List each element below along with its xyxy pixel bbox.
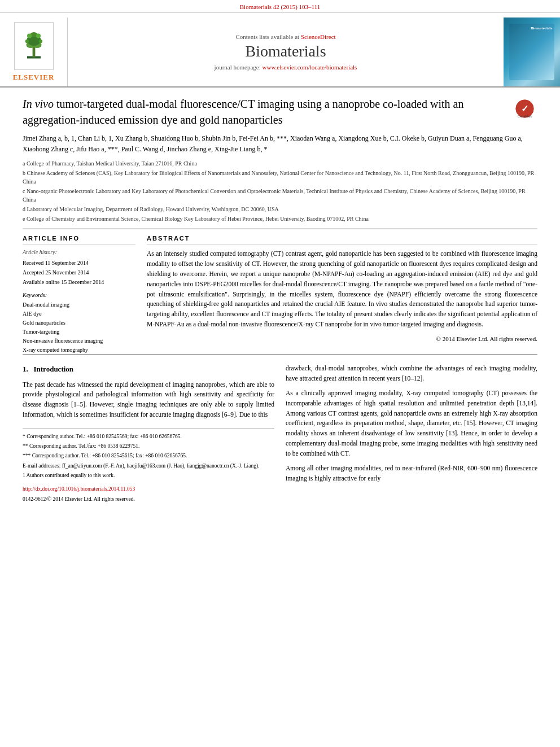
article-info-column: ARTICLE INFO Article history: Received 1… xyxy=(23,235,135,355)
keyword-1: Dual-modal imaging xyxy=(23,300,135,309)
affiliation-c: c Nano-organic Photoelectronic Laborator… xyxy=(23,187,537,204)
doi-anchor[interactable]: http://dx.doi.org/10.1016/j.biomaterials… xyxy=(23,486,135,492)
svg-point-10 xyxy=(38,40,42,43)
elsevier-brand: ELSEVIER xyxy=(13,73,55,82)
affiliation-e: e College of Chemistry and Environmental… xyxy=(23,215,537,223)
copyright-text: © 2014 Elsevier Ltd. All rights reserved… xyxy=(147,335,537,342)
authors-section: Jimei Zhang a, b, 1, Chan Li b, 1, Xu Zh… xyxy=(23,133,537,155)
journal-header-center: Contents lists available at ScienceDirec… xyxy=(68,18,504,86)
keywords-section: Keywords: Dual-modal imaging AIE dye Gol… xyxy=(23,292,135,355)
sciencedirect-link: Contents lists available at ScienceDirec… xyxy=(235,33,335,40)
sciencedirect-anchor[interactable]: ScienceDirect xyxy=(301,33,336,40)
footnotes: * Corresponding author. Tel.: +86 010 82… xyxy=(23,429,274,479)
intro-right-para-1: drawback, dual-modal nanoprobes, which c… xyxy=(286,364,537,384)
keyword-5: Non-invasive fluorescence imaging xyxy=(23,337,135,346)
abstract-section: ABSTRACT As an intensely studied compute… xyxy=(147,235,537,355)
section-number: 1. xyxy=(23,365,28,373)
svg-point-6 xyxy=(27,37,40,46)
keyword-4: Tumor-targeting xyxy=(23,327,135,337)
title-italic: In vivo xyxy=(23,98,54,110)
introduction-right-text: drawback, dual-modal nanoprobes, which c… xyxy=(286,364,537,483)
abstract-text: As an intensely studied computed tomogra… xyxy=(147,249,537,330)
article-info-heading: ARTICLE INFO xyxy=(23,235,135,244)
intro-right-para-3: Among all other imaging modalities, red … xyxy=(286,464,537,484)
keyword-3: Gold nanoparticles xyxy=(23,318,135,327)
homepage-anchor[interactable]: www.elsevier.com/locate/biomaterials xyxy=(262,64,357,71)
introduction-heading: 1. Introduction xyxy=(23,364,274,375)
introduction-left-text: The past decade has witnessed the rapid … xyxy=(23,380,274,420)
crossmark-icon: ✓ CrossMark xyxy=(515,99,535,119)
article-main: In vivo tumor-targeted dual-modal fluore… xyxy=(0,88,560,355)
footnote-corresponding-2: ** Corresponding author. Tel./fax: +86 0… xyxy=(23,442,274,450)
affiliation-b: b Chinese Academy of Sciences (CAS), Key… xyxy=(23,169,537,186)
svg-point-7 xyxy=(27,34,32,38)
info-abstract-section: ARTICLE INFO Article history: Received 1… xyxy=(23,229,537,355)
homepage-link: journal homepage: www.elsevier.com/locat… xyxy=(215,64,357,71)
history-label: Article history: xyxy=(23,249,135,255)
section-title-text: Introduction xyxy=(34,365,74,373)
journal-cover-image: Biomaterials xyxy=(504,18,560,86)
intro-right-para-2: As a clinically approved imaging modalit… xyxy=(286,388,537,459)
svg-text:✓: ✓ xyxy=(521,104,528,113)
cover-label: Biomaterials xyxy=(531,26,552,30)
issn-text: 0142-9612/© 2014 Elsevier Ltd. All right… xyxy=(23,495,274,504)
keyword-2: AIE dye xyxy=(23,309,135,318)
body-left-column: 1. Introduction The past decade has witn… xyxy=(23,364,274,503)
footnote-email: E-mail addresses: ff_an@aliyun.com (F.-F… xyxy=(23,462,274,470)
available-date: Available online 15 December 2014 xyxy=(23,278,135,286)
crossmark-badge[interactable]: ✓ CrossMark xyxy=(512,99,537,119)
footnote-corresponding-3: *** Corresponding author. Tel.: +86 010 … xyxy=(23,452,274,460)
body-section: 1. Introduction The past decade has witn… xyxy=(0,355,560,503)
footnote-corresponding-1: * Corresponding author. Tel.: +86 010 82… xyxy=(23,433,274,440)
doi-link[interactable]: http://dx.doi.org/10.1016/j.biomaterials… xyxy=(23,485,274,493)
accepted-date: Accepted 25 November 2014 xyxy=(23,268,135,277)
journal-cover-inner: Biomaterials xyxy=(509,24,554,80)
affiliation-d: d Laboratory of Molecular Imaging, Depar… xyxy=(23,205,537,213)
journal-reference-bar: Biomaterials 42 (2015) 103–111 xyxy=(0,0,560,13)
article-title: In vivo tumor-targeted dual-modal fluore… xyxy=(23,96,512,128)
svg-point-8 xyxy=(36,34,41,38)
affiliations-section: a College of Pharmacy, Taishan Medical U… xyxy=(23,159,537,223)
keywords-label: Keywords: xyxy=(23,292,135,298)
svg-point-9 xyxy=(25,40,28,43)
journal-title: Biomaterials xyxy=(245,42,326,60)
elsevier-tree-icon xyxy=(23,30,45,62)
intro-para-1: The past decade has witnessed the rapid … xyxy=(23,380,274,420)
journal-ref-text: Biomaterials 42 (2015) 103–111 xyxy=(240,3,320,10)
elsevier-logo-box xyxy=(14,22,54,70)
journal-header: ELSEVIER Contents lists available at Sci… xyxy=(0,13,560,88)
abstract-heading: ABSTRACT xyxy=(147,235,537,244)
keyword-6: X-ray computed tomography xyxy=(23,346,135,355)
article-title-section: In vivo tumor-targeted dual-modal fluore… xyxy=(23,96,537,128)
footnote-equal: 1 Authors contributed equally to this wo… xyxy=(23,471,274,479)
elsevier-logo: ELSEVIER xyxy=(0,18,68,86)
svg-text:CrossMark: CrossMark xyxy=(518,115,532,118)
affiliation-a: a College of Pharmacy, Taishan Medical U… xyxy=(23,159,537,168)
body-right-column: drawback, dual-modal nanoprobes, which c… xyxy=(286,364,537,503)
received-date: Received 11 September 2014 xyxy=(23,259,135,267)
authors-text: Jimei Zhang a, b, 1, Chan Li b, 1, Xu Zh… xyxy=(23,134,523,153)
